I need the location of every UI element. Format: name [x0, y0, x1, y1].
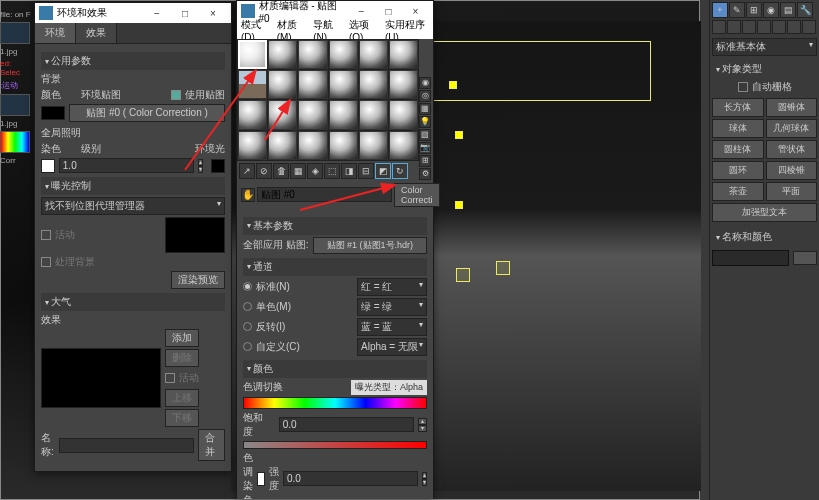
env-titlebar[interactable]: 环境和效果 − □ × [35, 3, 231, 23]
light-gizmo[interactable] [449, 81, 457, 89]
section-exposure[interactable]: 曝光控制 [41, 177, 225, 195]
side-tool-icon[interactable]: ▨ [419, 129, 431, 141]
material-slot[interactable] [389, 70, 418, 99]
cone-button[interactable]: 圆锥体 [766, 98, 818, 117]
sat-slider[interactable] [243, 441, 427, 449]
autogrid-checkbox[interactable] [738, 82, 748, 92]
strength-input[interactable] [283, 471, 418, 486]
side-tool-icon[interactable]: 💡 [419, 116, 431, 128]
tool-icon[interactable]: ↻ [392, 163, 408, 179]
effects-list[interactable] [41, 348, 161, 408]
material-slot[interactable] [268, 131, 297, 160]
bg-color-swatch[interactable] [41, 106, 65, 120]
selection-gizmo[interactable] [496, 261, 510, 275]
selection-gizmo[interactable] [456, 268, 470, 282]
minimize-button[interactable]: − [143, 3, 171, 23]
material-slot[interactable] [268, 40, 297, 69]
box-button[interactable]: 长方体 [712, 98, 764, 117]
utilities-tab[interactable]: 🔧 [797, 2, 813, 18]
add-button[interactable]: 添加 [165, 329, 199, 347]
hue-slider[interactable] [243, 397, 427, 409]
map-button[interactable]: 贴图 #1 (贴图1号.hdr) [313, 237, 427, 254]
tint-swatch[interactable] [257, 472, 265, 486]
material-slot[interactable] [238, 131, 267, 160]
material-slot[interactable] [298, 131, 327, 160]
render-preview-button[interactable]: 渲染预览 [171, 271, 225, 289]
side-tool-icon[interactable]: 📷 [419, 142, 431, 154]
teapot-button[interactable]: 茶壶 [712, 182, 764, 201]
tool-icon[interactable]: ↗ [239, 163, 255, 179]
material-slot[interactable] [359, 70, 388, 99]
tool-icon[interactable]: ⊟ [358, 163, 374, 179]
sub-cameras[interactable] [757, 20, 771, 34]
tool-icon[interactable]: ◩ [375, 163, 391, 179]
section-atmosphere[interactable]: 大气 [41, 293, 225, 311]
geosphere-button[interactable]: 几何球体 [766, 119, 818, 138]
material-type-button[interactable]: Color Correcti [394, 183, 440, 207]
section-basic[interactable]: 基本参数 [243, 217, 427, 235]
pyramid-button[interactable]: 四棱锥 [766, 161, 818, 180]
material-slot[interactable] [268, 70, 297, 99]
tube-button[interactable]: 管状体 [766, 140, 818, 159]
radio-invert[interactable] [243, 322, 252, 331]
mat-menubar[interactable]: 模式(D) 材质(M) 导航(N) 选项(O) 实用程序(U) [237, 21, 433, 39]
level-spinner[interactable]: ▴▾ [198, 159, 203, 173]
tool-icon[interactable]: ⬚ [324, 163, 340, 179]
hierarchy-tab[interactable]: ⊞ [746, 2, 762, 18]
material-slot[interactable] [389, 100, 418, 129]
material-slot[interactable] [389, 131, 418, 160]
up-button[interactable]: 上移 [165, 389, 199, 407]
light-gizmo[interactable] [455, 201, 463, 209]
radio-normal[interactable] [243, 282, 252, 291]
thumbnail[interactable] [0, 94, 30, 116]
red-dropdown[interactable]: 红 = 红 [357, 278, 427, 296]
material-slot[interactable] [329, 100, 358, 129]
material-slot[interactable] [298, 100, 327, 129]
active-checkbox[interactable] [41, 230, 51, 240]
tool-icon[interactable]: ◨ [341, 163, 357, 179]
side-tool-icon[interactable]: ⚙ [419, 168, 431, 180]
create-tab[interactable]: + [712, 2, 728, 18]
tool-icon[interactable]: ▦ [290, 163, 306, 179]
sub-shapes[interactable] [727, 20, 741, 34]
material-slot[interactable] [389, 40, 418, 69]
material-name-input[interactable] [257, 187, 392, 202]
sub-space[interactable] [787, 20, 801, 34]
sub-systems[interactable] [802, 20, 816, 34]
ambient-swatch[interactable] [211, 159, 225, 173]
section-common[interactable]: 公用参数 [41, 52, 225, 70]
object-color-swatch[interactable] [793, 251, 817, 265]
textplus-button[interactable]: 加强型文本 [712, 203, 817, 222]
motion-tab[interactable]: ◉ [763, 2, 779, 18]
sat-input[interactable] [279, 417, 414, 432]
merge-button[interactable]: 合并 [198, 429, 225, 461]
effect-name-input[interactable] [59, 438, 194, 453]
side-tool-icon[interactable]: ◎ [419, 90, 431, 102]
sub-lights[interactable] [742, 20, 756, 34]
close-button[interactable]: × [199, 3, 227, 23]
maximize-button[interactable]: □ [171, 3, 199, 23]
sat-spinner[interactable]: ▴▾ [418, 418, 427, 432]
material-slot[interactable] [238, 100, 267, 129]
level-input[interactable] [59, 158, 194, 173]
side-tool-icon[interactable]: ◉ [419, 77, 431, 89]
active-chk[interactable] [165, 373, 175, 383]
material-slot[interactable] [329, 40, 358, 69]
thumbnail[interactable] [0, 131, 30, 153]
sphere-button[interactable]: 球体 [712, 119, 764, 138]
material-slot[interactable] [329, 131, 358, 160]
env-map-button[interactable]: 贴图 #0 ( Color Correction ) [69, 104, 225, 122]
material-slot[interactable] [238, 70, 267, 99]
material-slot[interactable] [359, 131, 388, 160]
section-object-type[interactable]: 对象类型 [712, 60, 817, 78]
section-name-color[interactable]: 名称和颜色 [712, 228, 817, 246]
thumbnail[interactable] [0, 22, 30, 44]
plane-button[interactable]: 平面 [766, 182, 818, 201]
primitive-dropdown[interactable]: 标准基本体 [712, 38, 817, 56]
str-spinner[interactable]: ▴▾ [422, 472, 427, 486]
process-bg-checkbox[interactable] [41, 257, 51, 267]
cylinder-button[interactable]: 圆柱体 [712, 140, 764, 159]
section-channels[interactable]: 通道 [243, 258, 427, 276]
tool-icon[interactable]: ◈ [307, 163, 323, 179]
exposure-dropdown[interactable]: 找不到位图代理管理器 [41, 197, 225, 215]
